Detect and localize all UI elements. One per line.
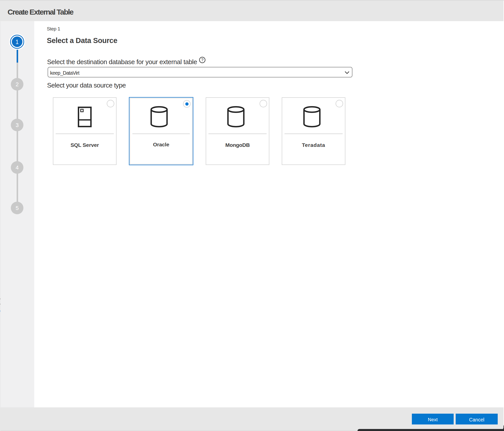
svg-text:?: ? xyxy=(201,58,203,62)
